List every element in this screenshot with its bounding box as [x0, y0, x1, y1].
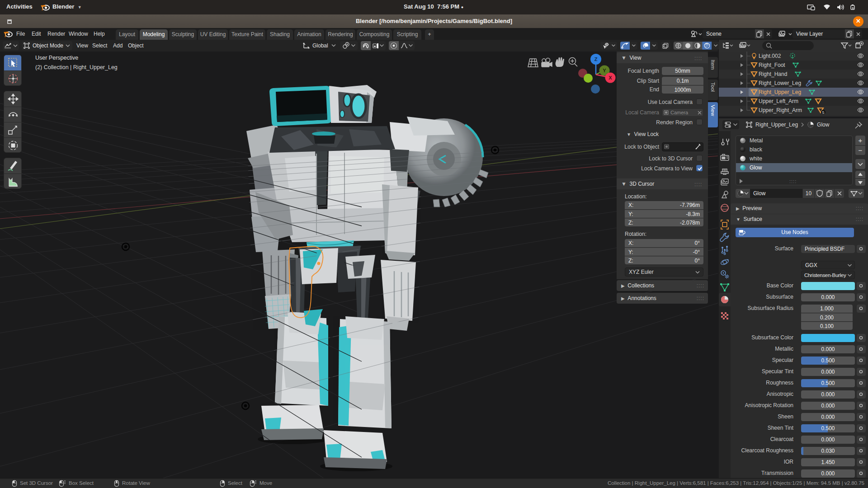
svg-text:X: X — [609, 75, 612, 80]
svg-text:Z: Z — [594, 56, 598, 62]
svg-text:User Perspective: User Perspective — [35, 55, 78, 61]
svg-text:5: 5 — [822, 110, 824, 115]
svg-text:Y: Y — [603, 68, 606, 73]
svg-text:(2) Collection | Right_Upper_L: (2) Collection | Right_Upper_Leg — [35, 64, 118, 70]
svg-text:Camera: Camera — [670, 110, 689, 115]
